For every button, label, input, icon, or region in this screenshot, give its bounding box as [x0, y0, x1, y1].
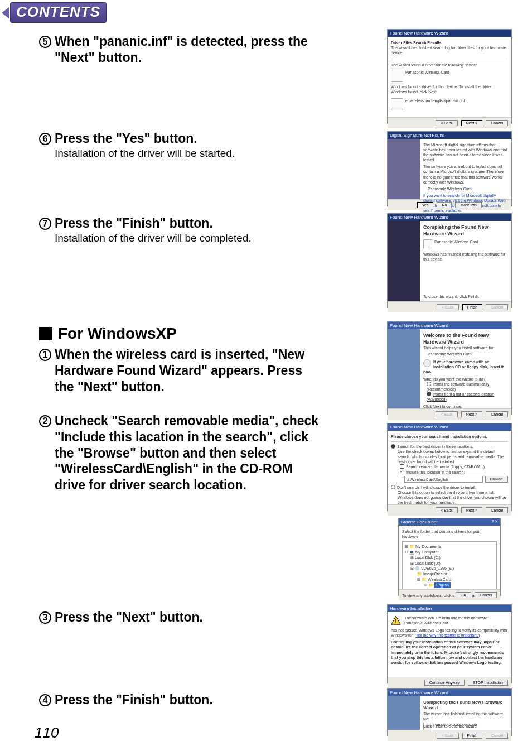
step-5-number: 5	[39, 36, 51, 48]
page-number: 110	[35, 724, 59, 741]
svg-marker-0	[2, 7, 9, 18]
folder-tree[interactable]: ⊞ 📁 My Documents ⊟ 💻 My Computer ⊞ Local…	[402, 541, 497, 590]
svg-text:!: !	[395, 618, 397, 624]
dialog-titlebar: Found New Hardware Wizard	[388, 30, 511, 37]
xp-step-4-title: 4Press the "Finish" button.	[39, 692, 351, 708]
dialog-text: The Microsoft digital signature affirms …	[423, 142, 508, 162]
no-button[interactable]: No	[437, 202, 452, 208]
yes-button[interactable]: Yes	[417, 202, 433, 208]
cancel-button[interactable]: Cancel	[486, 120, 508, 126]
next-button[interactable]: Next >	[461, 507, 482, 513]
xp-step-2-number: 2	[39, 415, 51, 427]
step-6-title: 6Press the "Yes" button.	[39, 131, 351, 147]
option-dont-search: Don't search. I will choose the driver t…	[397, 485, 476, 489]
dialog-heading: Completing the Found New Hardware Wizard	[423, 700, 508, 711]
tree-node[interactable]: My Documents	[415, 545, 442, 548]
cancel-button[interactable]: Cancel	[475, 592, 497, 598]
back-arrow-icon	[0, 5, 10, 21]
dialog-titlebar: Hardware Installation	[388, 605, 511, 612]
back-button: < Back	[437, 304, 459, 310]
help-close-icons[interactable]: ? ✕	[491, 519, 498, 524]
ok-button[interactable]: OK	[456, 592, 471, 598]
xp-step-3-text: Press the "Next" button.	[55, 610, 203, 624]
back-button[interactable]: < Back	[436, 120, 458, 126]
xp-step-4-text: Press the "Finish" button.	[55, 692, 213, 707]
browse-button[interactable]: Browse	[485, 476, 508, 483]
step-7-text: Press the "Finish" button.	[55, 216, 213, 230]
radio-advanced[interactable]	[427, 392, 431, 396]
radio-auto[interactable]	[427, 382, 431, 386]
dialog-welcome-wizard: Found New Hardware Wizard Welcome to the…	[387, 321, 512, 415]
dialog-hardware-installation: Hardware Installation ! The software you…	[387, 604, 512, 683]
dialog-text: This wizard helps you install software f…	[423, 345, 508, 350]
dialog-heading: Driver Files Search Results	[391, 40, 508, 45]
xp-step-3-number: 3	[39, 611, 51, 624]
xp-step-2-title: 2Uncheck "Search removable media", check…	[39, 413, 351, 493]
back-button[interactable]: < Back	[436, 507, 458, 513]
step-6-text: Press the "Yes" button.	[55, 131, 197, 146]
tree-node[interactable]: VOE605_1396 (E:)	[421, 566, 454, 570]
tree-node[interactable]: WirelessCard	[428, 577, 451, 581]
finish-button[interactable]: Finish	[462, 304, 483, 310]
square-bullet-icon	[39, 327, 52, 340]
tree-node[interactable]: Local Disk (D:)	[415, 561, 441, 565]
device-name: Panasonic Wireless Card	[428, 351, 508, 357]
checkbox-include-location[interactable]	[400, 470, 404, 474]
device-icon	[423, 239, 432, 248]
dialog-search-options: Found New Hardware Wizard Please choose …	[387, 423, 512, 511]
dialog-subheading: The wizard has finished searching for dr…	[391, 45, 508, 55]
tree-node[interactable]: Local Disk (C:)	[415, 556, 441, 560]
step-7-title: 7Press the "Finish" button.	[39, 215, 351, 232]
dialog-sidebar-image	[388, 329, 420, 408]
step-7-number: 7	[39, 218, 51, 230]
xp-step-2-line5: drive for driver search location.	[55, 477, 246, 493]
radio-search-best[interactable]	[391, 444, 395, 449]
continue-anyway-button[interactable]: Continue Anyway	[424, 680, 465, 686]
device-name: Panasonic Wireless Card	[428, 186, 508, 191]
next-button[interactable]: Next >	[461, 120, 482, 126]
xp-step-2-line2: "Include this lacation in the search", c…	[55, 429, 308, 445]
tree-node[interactable]: ImageCreator	[423, 572, 447, 576]
dialog-titlebar: Found New Hardware Wizard	[388, 423, 511, 431]
tree-node[interactable]: My Computer	[415, 550, 439, 554]
dialog-sidebar-image	[388, 221, 420, 301]
finish-button[interactable]: Finish	[462, 733, 483, 739]
dialog-heading: Please choose your search and installati…	[391, 434, 508, 439]
xp-step-3-title: 3Press the "Next" button.	[39, 609, 351, 625]
dialog-titlebar: Browse For Folder	[401, 519, 438, 524]
cancel-button[interactable]: Cancel	[486, 507, 508, 513]
tree-node-selected[interactable]: English	[434, 582, 451, 588]
checkbox-removable-label: Search removable media (floppy, CD-ROM..…	[406, 465, 485, 469]
dialog-text: )	[478, 633, 480, 637]
dialog-text: To close this wizard, click Finish.	[423, 294, 480, 299]
dialog-text: The software you are installing for this…	[391, 615, 508, 620]
dialog-text: Click Next to continue.	[423, 404, 508, 409]
dialog-signature-warning: Digital Signature Not Found The Microsof…	[387, 131, 512, 206]
back-button: < Back	[437, 733, 459, 739]
more-info-button[interactable]: More Info	[455, 202, 482, 208]
contents-label: CONTENTS	[10, 2, 107, 23]
cancel-button[interactable]: Cancel	[486, 411, 508, 417]
dialog-titlebar: Digital Signature Not Found	[388, 132, 511, 139]
xp-step-1-line1: When the wireless card is inserted, "New	[55, 347, 304, 362]
step-5-line1: When "pananic.inf" is detected, press th…	[55, 34, 308, 49]
dialog-text: The wizard found a driver for the follow…	[391, 62, 508, 68]
dialog-text: The wizard has finished installing the s…	[423, 711, 508, 721]
step-6-number: 6	[39, 133, 51, 145]
xp-step-2-line4: "WirelessCard\English" in the CD-ROM	[55, 461, 293, 477]
dialog-text: Windows found a driver for this device. …	[391, 84, 508, 94]
option-search-best: Search for the best driver in these loca…	[397, 445, 473, 449]
dialog-search-results: Found New Hardware Wizard Driver Files S…	[387, 29, 512, 124]
option-auto: Install the software automatically (Reco…	[427, 382, 489, 391]
checkbox-include-label: Include this location in the search:	[406, 470, 465, 474]
contents-tab[interactable]: CONTENTS	[0, 2, 107, 23]
next-button[interactable]: Next >	[461, 411, 482, 417]
location-input[interactable]: d:\WirelessCard\English	[404, 476, 483, 483]
tell-me-why-link[interactable]: Tell me why this testing is important.	[416, 633, 478, 637]
dialog-titlebar: Found New Hardware Wizard	[388, 322, 511, 329]
dialog-completing-wizard: Found New Hardware Wizard Completing the…	[387, 213, 512, 308]
xp-step-2-line3: the "Browse" button and then select	[55, 445, 277, 461]
stop-installation-button[interactable]: STOP Installation	[468, 680, 508, 686]
radio-dont-search[interactable]	[391, 485, 395, 489]
xp-step-4-number: 4	[39, 694, 51, 706]
